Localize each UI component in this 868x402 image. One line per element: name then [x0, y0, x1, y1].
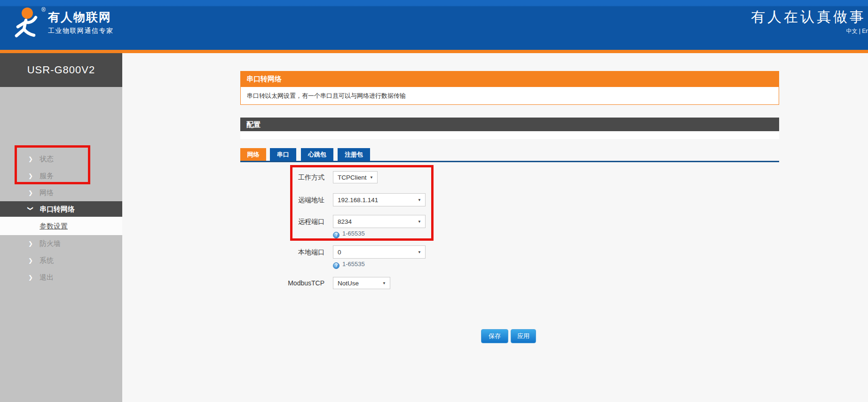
sidebar-item-logout[interactable]: ❯ 退出	[0, 269, 122, 286]
remote-port-select[interactable]: 8234 ▼	[333, 215, 426, 228]
sidebar-item-label: 系统	[39, 252, 54, 269]
chevron-right-icon: ❯	[28, 269, 35, 286]
device-model-title: USR-G800V2	[0, 53, 122, 87]
dropdown-arrow-icon: ▼	[418, 250, 421, 254]
apply-button[interactable]: 应用	[511, 329, 536, 343]
work-mode-value: TCPClient	[338, 174, 367, 181]
sidebar-item-label: 参数设置	[39, 217, 68, 235]
tab-heartbeat[interactable]: 心跳包	[301, 148, 333, 161]
sidebar-item-label: 退出	[39, 269, 54, 286]
sidebar-item-status[interactable]: ❯ 状态	[0, 150, 122, 167]
work-mode-label: 工作方式	[240, 171, 324, 183]
remote-address-label: 远端地址	[240, 193, 324, 206]
page-description: 串口转以太网设置，有一个串口且可以与网络进行数据传输	[240, 87, 779, 105]
local-port-value: 0	[338, 249, 341, 256]
sidebar-item-label: 状态	[39, 150, 54, 167]
sidebar-item-service[interactable]: ❯ 服务	[0, 167, 122, 184]
modbustcp-label: ModbusTCP	[240, 277, 324, 289]
sidebar-item-firewall[interactable]: ❯ 防火墙	[0, 235, 122, 252]
dropdown-arrow-icon: ▼	[370, 175, 373, 180]
config-section-body	[240, 131, 779, 139]
remote-address-select[interactable]: 192.168.1.141 ▼	[333, 193, 426, 206]
chevron-right-icon: ❯	[28, 252, 35, 269]
chevron-right-icon: ❯	[28, 184, 35, 201]
top-header: ® 有人物联网 工业物联网通信专家 有人在认真做事 中文 | En	[0, 0, 868, 50]
help-icon: ?	[333, 232, 339, 238]
sidebar-item-parameter-settings[interactable]: 参数设置	[0, 217, 122, 235]
sidebar: USR-G800V2 ❯ 状态 ❯ 服务 ❯ 网络 ❯ 串口转网络 参数设置 ❯…	[0, 53, 122, 402]
sidebar-item-label: 网络	[39, 184, 54, 201]
remote-port-value: 8234	[338, 218, 352, 225]
chevron-right-icon: ❯	[28, 235, 35, 252]
tab-network[interactable]: 网络	[240, 148, 266, 161]
sidebar-item-label: 串口转网络	[39, 201, 75, 217]
dropdown-arrow-icon: ▼	[418, 198, 421, 202]
modbustcp-select[interactable]: NotUse ▼	[333, 277, 390, 289]
sidebar-item-label: 服务	[39, 167, 54, 184]
local-port-hint: ?1-65535	[333, 260, 365, 268]
page-title: 串口转网络	[240, 71, 779, 87]
sidebar-item-system[interactable]: ❯ 系统	[0, 252, 122, 269]
header-accent-stripe	[0, 50, 868, 53]
config-section-title: 配置	[240, 118, 779, 131]
usr-mascot-logo-icon	[8, 6, 44, 42]
chevron-right-icon: ❯	[28, 167, 35, 184]
tab-underline	[240, 161, 779, 162]
modbustcp-value: NotUse	[338, 280, 359, 287]
hint-text: 1-65535	[342, 260, 365, 268]
tab-registration[interactable]: 注册包	[338, 148, 370, 161]
registered-trademark-icon: ®	[41, 7, 46, 13]
local-port-select[interactable]: 0 ▼	[333, 245, 426, 259]
work-mode-select[interactable]: TCPClient ▼	[333, 171, 378, 183]
header-tagline: 有人在认真做事	[751, 8, 866, 27]
sidebar-item-label: 防火墙	[39, 235, 61, 252]
brand-name: 有人物联网	[48, 9, 111, 25]
tab-serial[interactable]: 串口	[270, 148, 296, 161]
sidebar-item-network[interactable]: ❯ 网络	[0, 184, 122, 201]
remote-address-value: 192.168.1.141	[338, 197, 378, 204]
language-switch[interactable]: 中文 | En	[846, 27, 868, 35]
remote-port-label: 远程端口	[240, 215, 324, 228]
local-port-label: 本地端口	[240, 245, 324, 259]
save-button[interactable]: 保存	[481, 329, 508, 343]
chevron-right-icon: ❯	[28, 150, 35, 167]
help-icon: ?	[333, 262, 339, 269]
dropdown-arrow-icon: ▼	[418, 220, 421, 224]
dropdown-arrow-icon: ▼	[382, 281, 386, 285]
chevron-down-icon: ❯	[23, 206, 38, 213]
remote-port-hint: ?1-65535	[333, 230, 365, 237]
page: ® 有人物联网 工业物联网通信专家 有人在认真做事 中文 | En USR-G8…	[0, 0, 868, 402]
sidebar-item-serial-to-network[interactable]: ❯ 串口转网络	[0, 201, 122, 217]
brand-slogan: 工业物联网通信专家	[48, 27, 114, 35]
hint-text: 1-65535	[342, 230, 365, 237]
